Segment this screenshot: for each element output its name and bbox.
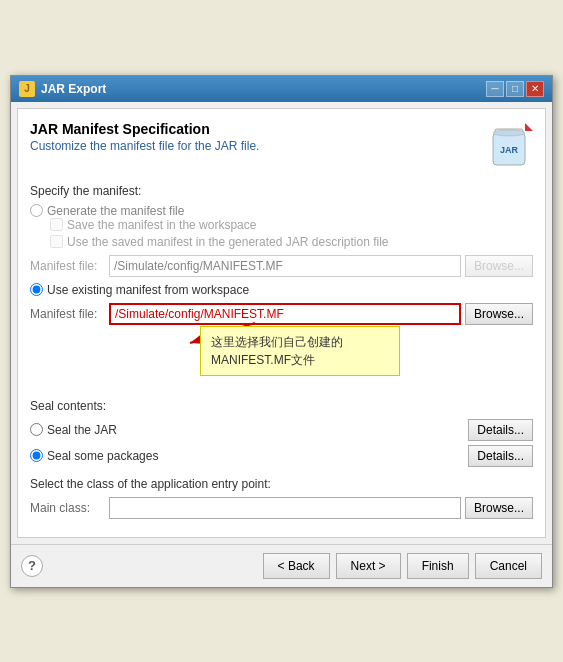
browse-button1[interactable]: Browse...: [465, 255, 533, 277]
seal-packages-radio[interactable]: [30, 449, 43, 462]
seal-jar-left[interactable]: Seal the JAR: [30, 423, 117, 437]
minimize-button[interactable]: ─: [486, 81, 504, 97]
svg-text:JAR: JAR: [500, 145, 519, 155]
seal-jar-details-button[interactable]: Details...: [468, 419, 533, 441]
manifest-section-label: Specify the manifest:: [30, 184, 533, 198]
main-class-browse-button[interactable]: Browse...: [465, 497, 533, 519]
save-manifest-checkbox[interactable]: [50, 218, 63, 231]
jar-icon: J: [19, 81, 35, 97]
next-button[interactable]: Next >: [336, 553, 401, 579]
seal-jar-label: Seal the JAR: [47, 423, 117, 437]
manifest-file-row1: Manifest file: Browse...: [30, 255, 533, 277]
generate-manifest-radio[interactable]: [30, 204, 43, 217]
manifest-file-label2: Manifest file:: [30, 307, 105, 321]
manifest-file-row2: Manifest file: Browse...: [30, 303, 533, 325]
generate-manifest-label: Generate the manifest file: [47, 204, 184, 218]
seal-jar-radio[interactable]: [30, 423, 43, 436]
footer-left: ?: [21, 555, 43, 577]
save-manifest-label: Save the manifest in the workspace: [67, 218, 256, 232]
main-class-row: Main class: Browse...: [30, 497, 533, 519]
entry-section: Select the class of the application entr…: [30, 477, 533, 519]
titlebar-left: J JAR Export: [19, 81, 106, 97]
generate-options: Save the manifest in the workspace Use t…: [50, 218, 533, 249]
maximize-button[interactable]: □: [506, 81, 524, 97]
use-existing-radio[interactable]: [30, 283, 43, 296]
tooltip-text: 这里选择我们自己创建的MANIFEST.MF文件: [211, 335, 343, 367]
footer-right: < Back Next > Finish Cancel: [263, 553, 542, 579]
save-manifest-item[interactable]: Save the manifest in the workspace: [50, 218, 533, 232]
main-class-input[interactable]: [109, 497, 461, 519]
manifest-file-input1[interactable]: [109, 255, 461, 277]
help-button[interactable]: ?: [21, 555, 43, 577]
use-saved-checkbox[interactable]: [50, 235, 63, 248]
main-content: JAR Manifest Specification Customize the…: [17, 108, 546, 538]
generate-manifest-option[interactable]: Generate the manifest file: [30, 204, 533, 218]
browse-button2[interactable]: Browse...: [465, 303, 533, 325]
manifest-file-section2: Manifest file: Browse... 这里选择我们自: [30, 303, 533, 391]
finish-button[interactable]: Finish: [407, 553, 469, 579]
footer: ? < Back Next > Finish Cancel: [11, 544, 552, 587]
entry-section-label: Select the class of the application entr…: [30, 477, 533, 491]
jar-image: JAR: [485, 121, 533, 173]
cancel-button[interactable]: Cancel: [475, 553, 542, 579]
page-title: JAR Manifest Specification: [30, 121, 259, 137]
jar-graphic: JAR: [485, 121, 533, 176]
seal-packages-left[interactable]: Seal some packages: [30, 449, 158, 463]
page-header: JAR Manifest Specification Customize the…: [30, 121, 533, 176]
svg-point-2: [493, 130, 525, 136]
titlebar: J JAR Export ─ □ ✕: [11, 76, 552, 102]
window-title: JAR Export: [41, 82, 106, 96]
tooltip-area: 这里选择我们自己创建的MANIFEST.MF文件: [30, 331, 533, 391]
jar-export-window: J JAR Export ─ □ ✕ JAR Manifest Specific…: [10, 75, 553, 588]
manifest-file-label1: Manifest file:: [30, 259, 105, 273]
seal-section-label: Seal contents:: [30, 399, 533, 413]
back-button[interactable]: < Back: [263, 553, 330, 579]
seal-packages-details-button[interactable]: Details...: [468, 445, 533, 467]
seal-group: Seal the JAR Details... Seal some packag…: [30, 419, 533, 467]
manifest-file-input2[interactable]: [109, 303, 461, 325]
seal-packages-row: Seal some packages Details...: [30, 445, 533, 467]
seal-packages-label: Seal some packages: [47, 449, 158, 463]
svg-marker-4: [525, 123, 533, 131]
header-text: JAR Manifest Specification Customize the…: [30, 121, 259, 153]
main-class-label: Main class:: [30, 501, 105, 515]
titlebar-controls: ─ □ ✕: [486, 81, 544, 97]
close-button[interactable]: ✕: [526, 81, 544, 97]
page-subtitle: Customize the manifest file for the JAR …: [30, 139, 259, 153]
tooltip-bubble: 这里选择我们自己创建的MANIFEST.MF文件: [200, 326, 400, 376]
use-existing-option[interactable]: Use existing manifest from workspace: [30, 283, 533, 297]
use-saved-label: Use the saved manifest in the generated …: [67, 235, 389, 249]
seal-jar-row: Seal the JAR Details...: [30, 419, 533, 441]
use-existing-label: Use existing manifest from workspace: [47, 283, 249, 297]
use-saved-item[interactable]: Use the saved manifest in the generated …: [50, 235, 533, 249]
